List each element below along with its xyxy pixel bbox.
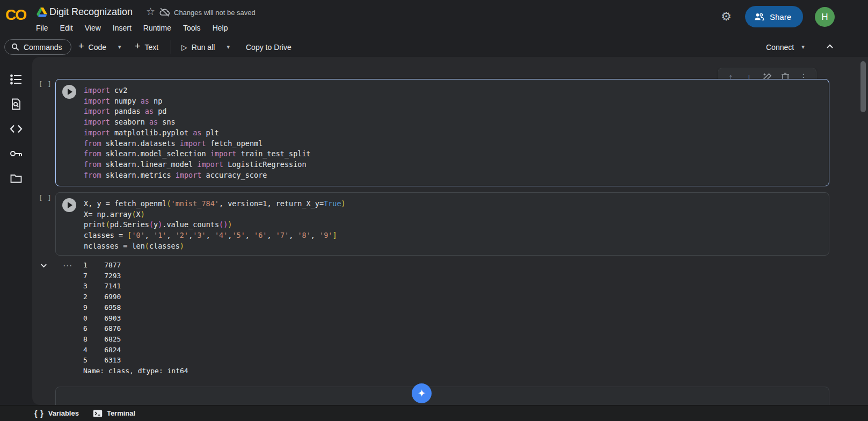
- code-cell[interactable]: import cv2import numpy as npimport panda…: [55, 79, 829, 186]
- drive-icon: [37, 8, 47, 17]
- cloud-off-icon: [159, 7, 171, 18]
- share-button[interactable]: Share: [745, 6, 803, 27]
- secrets-key-icon[interactable]: [9, 146, 24, 161]
- bottom-bar: { } Variables Terminal: [0, 405, 868, 421]
- save-status-text: Changes will not be saved: [174, 9, 256, 17]
- share-label: Share: [770, 12, 791, 21]
- menu-edit[interactable]: Edit: [54, 21, 79, 34]
- terminal-icon: [93, 410, 103, 417]
- chevron-down-icon[interactable]: ▾: [227, 43, 230, 50]
- output-more-horiz-icon[interactable]: ⋯: [63, 260, 72, 271]
- code-editor[interactable]: import cv2import numpy as npimport panda…: [84, 85, 311, 180]
- toolbar: Commands + Code ▾ + Text ▷ Run all ▾ Cop…: [0, 38, 868, 57]
- find-and-replace-icon[interactable]: [9, 97, 24, 112]
- vertical-scrollbar[interactable]: [860, 61, 866, 112]
- people-icon: [754, 12, 764, 21]
- code-cell-partial[interactable]: [55, 387, 829, 405]
- run-cell-button[interactable]: [62, 85, 76, 99]
- menu-view[interactable]: View: [79, 21, 107, 34]
- avatar[interactable]: H: [815, 7, 835, 27]
- files-folder-icon[interactable]: [9, 171, 24, 186]
- play-icon: ▷: [181, 43, 187, 52]
- chevron-down-icon[interactable]: ▾: [118, 43, 121, 50]
- gemini-spark-button[interactable]: ✦: [412, 383, 432, 403]
- add-code-button[interactable]: + Code ▾: [75, 39, 125, 55]
- terminal-button[interactable]: Terminal: [93, 409, 135, 417]
- menu-tools[interactable]: Tools: [177, 21, 207, 34]
- commands-button[interactable]: Commands: [4, 39, 71, 55]
- connect-button[interactable]: Connect ▾: [766, 39, 805, 55]
- notebook-title[interactable]: Digit Recognization: [49, 6, 133, 18]
- collapse-output-icon[interactable]: [40, 262, 48, 270]
- menu-runtime[interactable]: Runtime: [137, 21, 177, 34]
- menu-file[interactable]: File: [30, 21, 54, 34]
- left-sidebar: [0, 57, 32, 405]
- add-text-button[interactable]: + Text: [132, 39, 162, 55]
- plus-icon: +: [135, 41, 141, 52]
- copy-to-drive-button[interactable]: Copy to Drive: [243, 39, 295, 55]
- colab-logo-icon[interactable]: CO: [5, 6, 26, 24]
- collapse-header-icon[interactable]: [826, 42, 834, 51]
- cell-output: 1 78777 72933 71412 69909 69580 69036 68…: [83, 260, 188, 376]
- search-icon: [11, 43, 19, 51]
- menu-help[interactable]: Help: [207, 21, 234, 34]
- toolbar-divider: [171, 40, 171, 54]
- variables-button[interactable]: { } Variables: [34, 409, 79, 418]
- settings-gear-icon[interactable]: ⚙: [721, 10, 732, 24]
- chevron-down-icon[interactable]: ▾: [801, 43, 805, 50]
- star-icon[interactable]: ☆: [146, 5, 155, 18]
- menubar: File Edit View Insert Runtime Tools Help: [30, 21, 234, 34]
- code-editor[interactable]: X, y = fetch_openml('mnist_784', version…: [84, 199, 346, 252]
- header: CO Digit Recognization ☆ Changes will no…: [0, 0, 868, 38]
- run-cell-button[interactable]: [62, 198, 76, 212]
- notebook-pane: ↑ ↓ ⋮ [ ] import cv2import numpy as npim…: [32, 57, 868, 405]
- run-all-button[interactable]: ▷ Run all ▾: [178, 39, 233, 55]
- menu-insert[interactable]: Insert: [107, 21, 137, 34]
- plus-icon: +: [78, 41, 84, 52]
- braces-icon: { }: [34, 409, 44, 418]
- execution-indicator: [ ]: [39, 194, 52, 202]
- table-of-contents-icon[interactable]: [9, 72, 24, 87]
- execution-indicator: [ ]: [39, 81, 52, 88]
- code-snippets-icon[interactable]: [9, 121, 24, 136]
- commands-label: Commands: [24, 43, 62, 52]
- code-cell[interactable]: X, y = fetch_openml('mnist_784', version…: [55, 192, 829, 256]
- spark-icon: ✦: [418, 387, 426, 400]
